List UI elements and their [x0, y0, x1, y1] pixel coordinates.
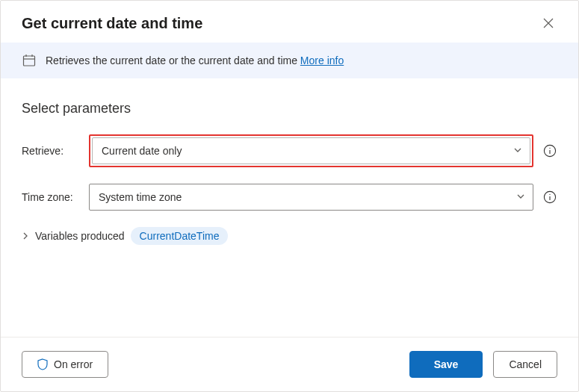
chevron-right-icon [22, 232, 29, 240]
dialog-body: Select parameters Retrieve: Current date… [1, 78, 578, 337]
variable-chip[interactable]: CurrentDateTime [131, 227, 229, 245]
save-label: Save [434, 358, 459, 370]
variables-produced-toggle[interactable]: Variables produced CurrentDateTime [22, 227, 557, 245]
timezone-info-button[interactable] [542, 190, 557, 205]
timezone-select[interactable]: System time zone [89, 184, 533, 211]
retrieve-select[interactable]: Current date only [92, 137, 530, 164]
footer-right: Save Cancel [409, 351, 557, 378]
retrieve-label: Retrieve: [22, 145, 89, 157]
section-title: Select parameters [22, 101, 557, 116]
retrieve-value: Current date only [102, 145, 182, 157]
info-bar-text: Retrieves the current date or the curren… [46, 55, 344, 66]
on-error-label: On error [54, 358, 93, 370]
info-icon [543, 190, 557, 204]
more-info-link[interactable]: More info [300, 55, 344, 66]
chevron-down-icon [513, 145, 522, 157]
dialog-footer: On error Save Cancel [1, 337, 578, 391]
param-row-timezone: Time zone: System time zone [22, 184, 557, 211]
dialog-header: Get current date and time [1, 1, 578, 43]
retrieve-info-button[interactable] [542, 143, 557, 158]
retrieve-select-wrap: Current date only [89, 134, 533, 167]
dialog: Get current date and time Retrieves the … [0, 0, 579, 392]
close-button[interactable] [539, 14, 557, 32]
info-icon [543, 144, 557, 158]
timezone-value: System time zone [99, 191, 182, 203]
save-button[interactable]: Save [409, 351, 483, 378]
svg-point-15 [549, 194, 550, 195]
svg-rect-0 [24, 56, 35, 66]
svg-point-12 [549, 148, 550, 149]
variables-label: Variables produced [35, 230, 125, 242]
dialog-title: Get current date and time [22, 15, 202, 32]
cancel-label: Cancel [509, 358, 542, 370]
cancel-button[interactable]: Cancel [493, 351, 557, 378]
chevron-down-icon [516, 191, 525, 203]
info-bar: Retrieves the current date or the curren… [1, 43, 578, 78]
info-description: Retrieves the current date or the curren… [46, 55, 300, 66]
close-icon [543, 18, 554, 28]
calendar-icon [22, 53, 37, 68]
on-error-button[interactable]: On error [22, 351, 108, 378]
timezone-select-wrap: System time zone [89, 184, 533, 211]
shield-icon [37, 358, 48, 370]
param-row-retrieve: Retrieve: Current date only [22, 134, 557, 167]
timezone-label: Time zone: [22, 191, 89, 203]
